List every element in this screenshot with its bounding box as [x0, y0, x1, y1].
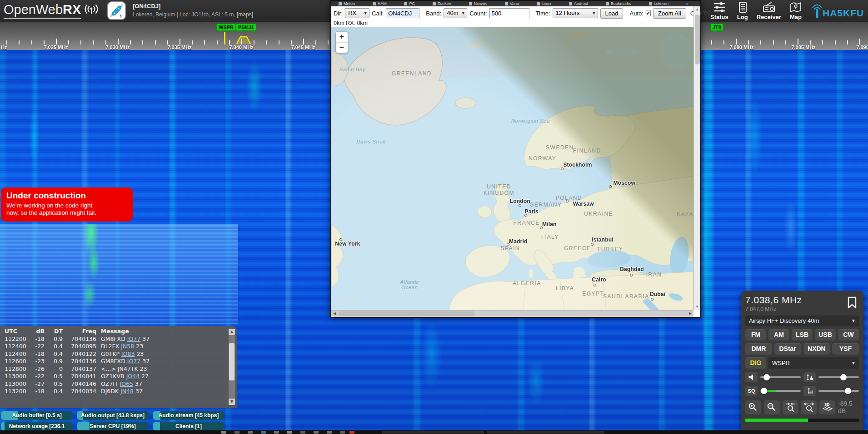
locator-link[interactable]: IO77: [127, 335, 140, 342]
table-row[interactable]: 113200-180.47040034DJ6DK JN48 37: [0, 388, 237, 395]
waterfall-auto-range-button[interactable]: [803, 372, 816, 382]
auto-checkbox[interactable]: ✔: [646, 10, 651, 16]
scale-tick: [760, 40, 761, 44]
table-row[interactable]: 113000-220.57040041OZ1KVB JO44 27: [0, 373, 237, 380]
bookmark-item[interactable]: Meteo: [339, 1, 355, 6]
zoom-out-total-button[interactable]: [801, 400, 817, 414]
waterfall-min-slider[interactable]: [818, 386, 859, 396]
bookmark-item[interactable]: Nieuws: [469, 1, 488, 6]
load-button[interactable]: Load: [600, 8, 624, 19]
nav-receiver[interactable]: Receiver: [757, 1, 781, 20]
bookmark-item[interactable]: HAM: [373, 1, 387, 6]
bookmark-item[interactable]: Zoeken: [433, 1, 451, 6]
mode-button-nxdn[interactable]: NXDN: [803, 343, 830, 355]
demodulator-bookmark[interactable]: PSK31: [236, 24, 256, 31]
locator-link[interactable]: IO83: [121, 350, 135, 357]
map-vertical-scrollbar[interactable]: ▲ ▼: [693, 6, 700, 310]
swiss-knife-photo-icon[interactable]: [107, 1, 126, 20]
bookmark-item[interactable]: Linux: [537, 1, 552, 6]
mode-button-dstar[interactable]: DStar: [774, 343, 801, 355]
waterfall-3d-button[interactable]: 3D: [819, 400, 835, 414]
scrollbar-thumb[interactable]: [695, 15, 700, 64]
nav-status[interactable]: Status: [710, 1, 728, 20]
header-nav: Status Log Receiver: [710, 1, 803, 20]
locator-link[interactable]: JN48: [120, 388, 134, 395]
mode-button-usb[interactable]: USB: [815, 329, 836, 340]
bookmark-icon[interactable]: [847, 296, 857, 309]
map-zoom-out-button[interactable]: −: [336, 42, 348, 53]
zoom-out-button[interactable]: [764, 400, 780, 414]
zoom-in-button[interactable]: [745, 400, 761, 414]
table-row[interactable]: 112400-220.47040095DL2FX JN58 23: [0, 343, 237, 350]
zoom-all-button[interactable]: Zoom All: [653, 8, 686, 19]
mode-button-lsb[interactable]: LSB: [792, 329, 813, 340]
scroll-up-icon[interactable]: ▲: [694, 6, 700, 13]
mode-button-am[interactable]: AM: [768, 329, 789, 340]
passband-marker[interactable]: [236, 35, 251, 44]
bookmark-item[interactable]: Varia: [505, 1, 519, 6]
maps-link[interactable]: [maps]: [237, 11, 253, 18]
band-select[interactable]: 40m▼: [444, 8, 467, 18]
scroll-down-icon[interactable]: ▼: [229, 399, 235, 405]
table-row[interactable]: 112600-230.97040136GM8FXD IO77 37: [0, 358, 237, 365]
nav-log[interactable]: Log: [736, 1, 749, 20]
locator-link[interactable]: IO77: [127, 358, 140, 365]
cell: -27: [28, 380, 45, 388]
locator-link[interactable]: JO65: [120, 380, 133, 387]
locator-link[interactable]: JO44: [126, 373, 140, 380]
bookmark-item[interactable]: PC: [404, 1, 415, 6]
table-row[interactable]: 113000-270.57040146OZ7IT JO65 37: [0, 380, 237, 388]
demodulator-bookmark[interactable]: JT9: [710, 24, 723, 31]
call-input[interactable]: [386, 8, 419, 18]
scroll-up-icon[interactable]: ▲: [229, 329, 235, 335]
scroll-right-icon[interactable]: ▶: [687, 311, 693, 317]
scroll-down-icon[interactable]: ▼: [694, 304, 700, 310]
demodulator-bookmark[interactable]: WSPR: [216, 24, 236, 31]
locator-link[interactable]: JN58: [121, 343, 134, 350]
bookmark-item[interactable]: Android: [569, 1, 588, 6]
table-row[interactable]: 112800-2607040137<...> JN47TK 23: [0, 365, 237, 373]
scale-tick: [859, 39, 860, 44]
city-dot: [339, 238, 342, 241]
slider-knob[interactable]: [761, 388, 767, 394]
mode-button-cw[interactable]: CW: [838, 329, 859, 340]
spots-scrollbar[interactable]: ▲ ▼: [229, 329, 235, 405]
mute-button[interactable]: [745, 372, 758, 382]
squelch-slider[interactable]: [760, 386, 801, 396]
map-horizontal-scrollbar[interactable]: ◀ ▶: [331, 310, 693, 317]
mode-button-fm[interactable]: FM: [745, 329, 766, 340]
zoom-in-total-button[interactable]: [783, 400, 798, 414]
dir-select[interactable]: RX▼: [345, 8, 369, 18]
dig-mode-select[interactable]: WSPR ▼: [768, 357, 859, 369]
mode-button-dmr[interactable]: DMR: [745, 343, 772, 355]
scrollbar-thumb[interactable]: [339, 311, 475, 316]
nav-map[interactable]: Map: [789, 1, 803, 20]
mode-button-ysf[interactable]: YSF: [832, 343, 859, 355]
slider-knob[interactable]: [840, 374, 847, 380]
scrollbar-thumb[interactable]: [229, 343, 234, 380]
squelch-button[interactable]: SQ: [745, 386, 758, 396]
table-row[interactable]: 112200-180.97040136GM8FXD IO77 37: [0, 335, 237, 343]
bookmark-item[interactable]: Bookmarks: [606, 1, 631, 6]
volume-slider[interactable]: [760, 372, 801, 382]
scroll-left-icon[interactable]: ◀: [331, 311, 338, 317]
table-row[interactable]: 112400-180.47040122G0TKP IO83 23: [0, 350, 237, 358]
time-select[interactable]: 12 Hours▼: [553, 8, 598, 18]
progress-label: Audio output [43.8 ksps]: [77, 411, 149, 420]
under-construction-banner: Under construction We're working on the …: [1, 187, 133, 222]
waterfall-max-slider[interactable]: [818, 372, 859, 382]
map-zoom-in-button[interactable]: +: [336, 32, 348, 42]
profile-select[interactable]: Airspy HF+ Discovery 40m ▼: [745, 316, 859, 326]
count-input[interactable]: [489, 8, 529, 18]
waterfall-auto-min-button[interactable]: [803, 386, 816, 396]
bookmark-item[interactable]: Lokeren: [649, 1, 669, 6]
station-info: [ON4CDJ] Lokeren, Belgium | Loc: JO11tb,…: [133, 3, 253, 18]
scale-frequency-label: 7.080 MHz: [729, 44, 753, 50]
bookmark-item[interactable]: »: [686, 1, 688, 6]
dig-mode-button[interactable]: DIG: [745, 357, 766, 369]
tuned-frequency[interactable]: 7.038,6 MHz: [745, 295, 859, 306]
map-canvas[interactable]: + − Baffin BayGREENLANDBarents SeaDavis …: [331, 27, 693, 310]
slider-knob[interactable]: [763, 374, 770, 380]
slider-knob[interactable]: [845, 388, 851, 394]
station-details: Lokeren, Belgium | Loc: JO11tb, ASL: 5 m…: [133, 11, 253, 18]
